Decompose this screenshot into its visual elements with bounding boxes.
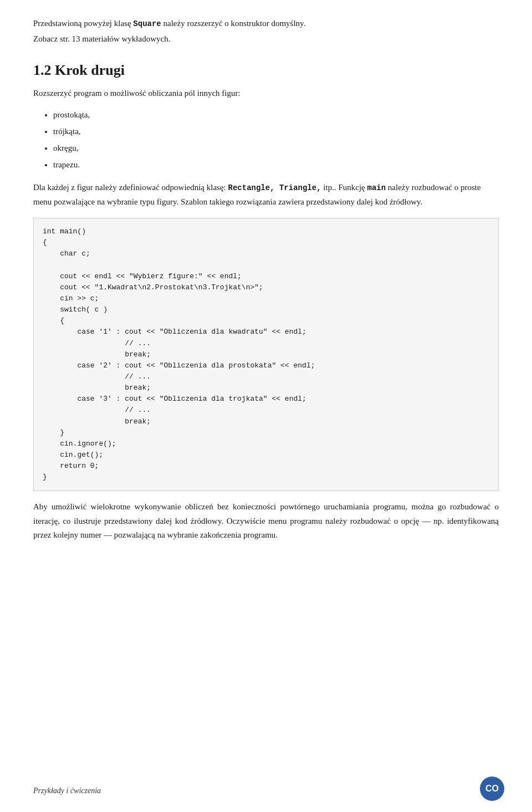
para1-after: itp. — [321, 183, 334, 192]
author-badge: CO — [480, 777, 504, 801]
list-item: okręgu, — [53, 140, 499, 156]
intro-line2: Zobacz str. 13 materiałów wykładowych. — [33, 32, 499, 45]
intro-text-before: Przedstawioną powyżej klasę — [33, 19, 133, 28]
code-block: int main() { char c; cout << endl << "Wy… — [33, 218, 499, 491]
list-item: trapezu. — [53, 156, 499, 173]
intro-line1: Przedstawioną powyżej klasę Square należ… — [33, 17, 499, 30]
section-heading: 1.2 Krok drugi — [33, 62, 499, 79]
para2-before: . Funkcję — [334, 183, 367, 192]
para1: Dla każdej z figur należy zdefiniować od… — [33, 181, 499, 209]
list-item: trójkąta, — [53, 123, 499, 140]
bullet-list: prostokąta, trójkąta, okręgu, trapezu. — [53, 106, 499, 173]
badge-text: CO — [485, 784, 499, 794]
intro-code: Square — [133, 19, 161, 28]
para1-before: Dla każdej z figur należy zdefiniować od… — [33, 183, 228, 192]
footer-label: Przykłady i ćwiczenia — [33, 787, 101, 795]
intro-text-after: należy rozszerzyć o konstruktor domyślny… — [161, 19, 306, 28]
para2-code: main — [367, 183, 386, 192]
para1-code: Rectangle, Triangle, — [228, 183, 321, 192]
list-item: prostokąta, — [53, 106, 499, 123]
section-desc: Rozszerzyć program o możliwość obliczani… — [33, 86, 499, 101]
bottom-text: Aby umożliwić wielokrotne wykonywanie ob… — [33, 500, 499, 543]
